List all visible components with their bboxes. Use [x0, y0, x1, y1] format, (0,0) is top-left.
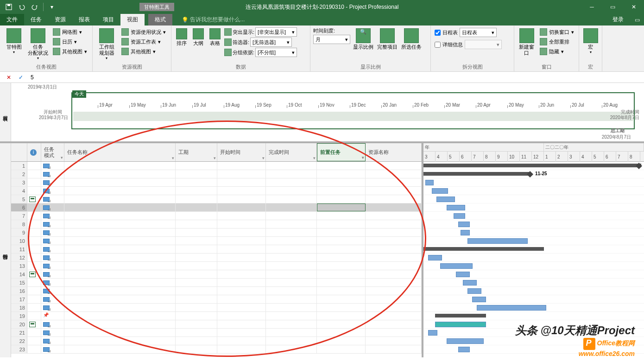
highlight-combo[interactable]: [非突出显示]▾: [255, 27, 297, 37]
resource-sheet-button[interactable]: 资源工作表 ▾: [120, 37, 168, 46]
entire-project-button[interactable]: 完整项目: [376, 27, 398, 51]
gantt-bar[interactable]: [447, 205, 465, 210]
tab-view[interactable]: 视图: [120, 14, 145, 25]
gantt-bar[interactable]: [458, 222, 470, 227]
filter-combo[interactable]: [无筛选器]▾: [250, 38, 292, 47]
calendar-button[interactable]: 日历 ▾: [51, 37, 89, 46]
table-row[interactable]: 14: [11, 270, 422, 279]
gantt-bar[interactable]: [435, 322, 486, 327]
gantt-bar[interactable]: [436, 197, 455, 202]
timeline-body[interactable]: 2019年3月1日 开始时间 2019年3月7日 今天 19 Apr19 May…: [11, 83, 644, 141]
zoom-button[interactable]: 🔍显示比例: [352, 27, 374, 51]
table-row[interactable]: 13: [11, 262, 422, 270]
gantt-chart-button[interactable]: 甘特图▾: [3, 27, 25, 56]
timeline-combo[interactable]: 日程表▾: [460, 28, 497, 37]
outline-button[interactable]: 大纲: [191, 27, 206, 47]
resource-other-button[interactable]: 其他视图 ▾: [120, 47, 168, 56]
table-row[interactable]: 2: [11, 170, 422, 178]
gantt-bar[interactable]: [423, 247, 544, 251]
tab-project[interactable]: 项目: [96, 14, 120, 25]
redo-button[interactable]: [29, 1, 41, 13]
table-row[interactable]: 11: [11, 245, 422, 254]
table-row[interactable]: 20: [11, 320, 422, 329]
accept-entry-button[interactable]: ✓: [17, 73, 25, 82]
close-button[interactable]: ✕: [623, 0, 644, 14]
col-mode[interactable]: 任务 模式▾: [41, 143, 64, 161]
table-row[interactable]: 17: [11, 295, 422, 304]
col-rownum[interactable]: [11, 143, 27, 161]
resource-usage-button[interactable]: 资源使用状况 ▾: [120, 27, 168, 37]
tab-resource[interactable]: 资源: [48, 14, 72, 25]
gantt-bar[interactable]: [463, 280, 477, 286]
col-name[interactable]: 任务名称▾: [64, 143, 176, 161]
tab-format[interactable]: 格式: [148, 14, 172, 25]
qat-customize[interactable]: ▾: [46, 1, 58, 13]
col-duration[interactable]: 工期▾: [176, 143, 217, 161]
timescale-combo[interactable]: 月▾: [313, 35, 350, 44]
table-row[interactable]: 22: [11, 337, 422, 345]
table-row[interactable]: 12: [11, 254, 422, 262]
table-row[interactable]: 1: [11, 162, 422, 170]
gantt-bar[interactable]: [467, 238, 528, 244]
table-body[interactable]: 1234567891011121314151617181920212223: [11, 162, 422, 354]
gantt-bar[interactable]: [447, 338, 484, 344]
selected-tasks-button[interactable]: 所选任务: [400, 27, 423, 51]
table-row[interactable]: 4: [11, 187, 422, 195]
network-diagram-button[interactable]: 网络图 ▾: [51, 27, 89, 37]
macros-button[interactable]: 宏▾: [582, 27, 599, 56]
team-planner-button[interactable]: 工作组 规划器▾: [95, 27, 118, 62]
gantt-bar[interactable]: [435, 314, 486, 318]
tell-me-search[interactable]: 💡 告诉我您想要做什么...: [182, 14, 245, 25]
table-row[interactable]: 10: [11, 237, 422, 245]
col-resources[interactable]: 资源名称: [366, 143, 422, 161]
table-row[interactable]: 5: [11, 195, 422, 203]
table-row[interactable]: 9: [11, 229, 422, 237]
gantt-bar[interactable]: [428, 255, 442, 260]
timeline-checkbox[interactable]: [435, 30, 441, 36]
ribbon-display-options[interactable]: ▭: [630, 14, 644, 25]
gantt-bar[interactable]: [472, 297, 486, 302]
tab-report[interactable]: 报表: [72, 14, 96, 25]
table-row[interactable]: 3: [11, 178, 422, 187]
save-button[interactable]: [3, 1, 15, 13]
col-start[interactable]: 开始时间▾: [217, 143, 266, 161]
new-window-button[interactable]: 新建窗口: [517, 27, 536, 57]
gantt-bar[interactable]: [454, 213, 465, 219]
arrange-all-button[interactable]: 全部重排: [538, 37, 576, 46]
col-indicator[interactable]: i: [27, 143, 41, 161]
table-row[interactable]: 7: [11, 212, 422, 220]
login-button[interactable]: 登录: [606, 14, 630, 25]
gantt-bar[interactable]: [432, 188, 448, 194]
maximize-button[interactable]: ▭: [602, 0, 623, 14]
minimize-button[interactable]: ─: [581, 0, 602, 14]
gantt-bar[interactable]: [440, 263, 473, 269]
undo-button[interactable]: [16, 1, 28, 13]
table-row[interactable]: 18: [11, 304, 422, 312]
sort-button[interactable]: 排序: [174, 27, 189, 47]
gantt-bar[interactable]: [428, 330, 437, 336]
switch-window-button[interactable]: 切换窗口 ▾: [538, 27, 576, 37]
details-checkbox[interactable]: [435, 42, 441, 48]
gantt-bar[interactable]: [456, 272, 470, 277]
gantt-bar[interactable]: [423, 164, 641, 167]
tab-file[interactable]: 文件: [0, 14, 24, 25]
gantt-bar[interactable]: [461, 230, 470, 235]
other-views-button[interactable]: 其他视图 ▾: [51, 47, 89, 56]
table-row[interactable]: 15: [11, 279, 422, 287]
table-row[interactable]: 23: [11, 345, 422, 354]
gantt-bar[interactable]: [467, 288, 481, 294]
tables-button[interactable]: 表格: [208, 27, 222, 47]
table-row[interactable]: 6: [11, 203, 422, 212]
gantt-bar[interactable]: [458, 347, 470, 352]
gantt-bar[interactable]: [423, 172, 530, 176]
group-combo[interactable]: [不分组]▾: [255, 48, 297, 57]
table-row[interactable]: 21: [11, 329, 422, 337]
timeline-track[interactable]: 今天 19 Apr19 May19 Jun19 Jul19 Aug19 Sep1…: [71, 92, 635, 129]
gantt-bar[interactable]: [477, 305, 546, 311]
entry-input[interactable]: [29, 74, 639, 81]
cancel-entry-button[interactable]: ✕: [5, 73, 13, 82]
hide-button[interactable]: 隐藏 ▾: [538, 47, 576, 56]
tab-task[interactable]: 任务: [24, 14, 48, 25]
col-predecessors[interactable]: 前置任务▾: [317, 143, 366, 161]
col-finish[interactable]: 完成时间▾: [266, 143, 317, 161]
